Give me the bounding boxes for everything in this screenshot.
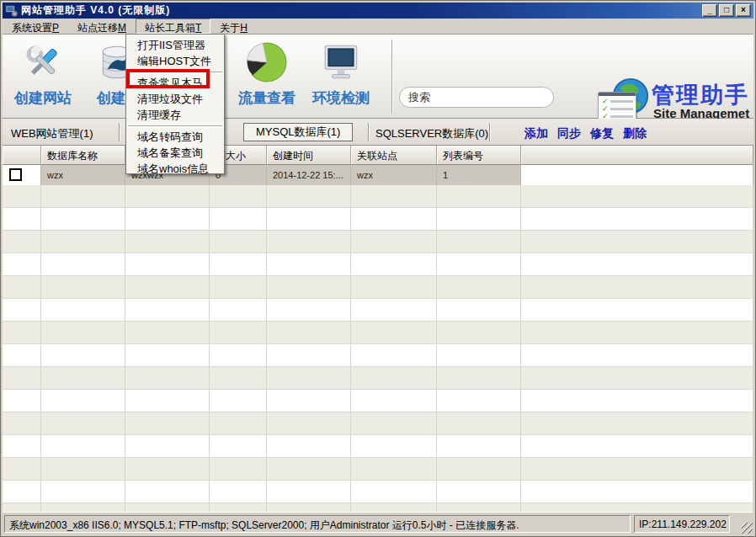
table-row[interactable]: wzxwzxwzx02014-12-22 15:...wzx1	[3, 165, 753, 185]
column-header-7[interactable]: 列表编号	[437, 146, 521, 165]
empty-cell	[267, 435, 351, 457]
create-site-button[interactable]: 创建网站	[8, 38, 78, 115]
empty-cell	[437, 412, 521, 434]
empty-cell	[125, 344, 210, 366]
empty-row	[3, 412, 753, 435]
empty-cell	[210, 435, 267, 457]
empty-cell	[351, 503, 437, 512]
minimize-button[interactable]: _	[702, 4, 717, 17]
empty-cell	[41, 231, 125, 253]
menubar-item-4[interactable]: 关于H	[210, 19, 257, 34]
resize-grip[interactable]	[742, 523, 753, 534]
empty-row	[3, 458, 753, 481]
empty-cell	[521, 253, 753, 275]
empty-cell	[125, 367, 210, 389]
row-checkbox[interactable]	[9, 168, 22, 181]
empty-cell	[521, 276, 753, 298]
empty-cell	[437, 435, 521, 457]
traffic-view-button[interactable]: 流量查看	[232, 38, 302, 115]
empty-cell	[437, 253, 521, 275]
menu-item-2[interactable]: 编辑HOST文件	[126, 53, 224, 69]
empty-cell	[210, 367, 267, 389]
tab-sqlserver[interactable]: SQLSERVER数据库(0)	[375, 126, 488, 141]
brand-logo: ✓ ✓ ✓ 管理助手 Site Managemet	[596, 75, 756, 124]
empty-cell	[210, 458, 267, 480]
column-header-6[interactable]: 关联站点	[351, 146, 437, 165]
action-link-2[interactable]: 同步	[557, 126, 581, 141]
menubar-item-3[interactable]: 站长工具箱T	[136, 19, 210, 34]
empty-cell	[521, 435, 753, 457]
toolbar: 创建网站 创建M 流量查看 环境检测	[3, 34, 753, 119]
column-header-5[interactable]: 创建时间	[267, 146, 351, 165]
empty-row	[3, 276, 753, 299]
table-cell: wzx	[41, 165, 125, 185]
empty-row	[3, 322, 753, 344]
empty-cell	[351, 412, 437, 434]
database-table: 数据库名称制大小创建时间关联站点列表编号 wzxwzxwzx02014-12-2…	[3, 146, 753, 512]
menu-item-4[interactable]: 查杀常见木马	[126, 75, 224, 91]
table-cell: 2014-12-22 15:...	[267, 165, 351, 185]
empty-cell	[125, 208, 210, 230]
menubar-item-1[interactable]: 系统设置P	[3, 19, 68, 34]
column-header-8[interactable]	[521, 146, 753, 165]
search-input[interactable]	[400, 88, 554, 107]
empty-cell	[3, 344, 41, 366]
menu-item-5[interactable]: 清理垃圾文件	[126, 91, 224, 107]
empty-cell	[521, 322, 753, 343]
menubar-item-2[interactable]: 站点迁移M	[68, 19, 136, 34]
empty-cell	[521, 481, 753, 502]
empty-cell	[521, 231, 753, 253]
empty-cell	[210, 344, 267, 366]
action-link-1[interactable]: 添加	[524, 126, 548, 141]
empty-cell	[41, 208, 125, 230]
empty-cell	[351, 299, 437, 321]
empty-cell	[351, 344, 437, 366]
empty-cell	[210, 481, 267, 502]
column-header-2[interactable]: 数据库名称	[41, 146, 125, 165]
table-cell	[521, 165, 753, 185]
empty-cell	[125, 458, 210, 480]
empty-row	[3, 435, 753, 458]
empty-cell	[267, 208, 351, 230]
env-check-button[interactable]: 环境检测	[306, 38, 376, 115]
empty-cell	[437, 208, 521, 230]
empty-cell	[267, 344, 351, 366]
monitor-icon	[320, 41, 362, 83]
action-link-3[interactable]: 修复	[590, 126, 614, 141]
empty-cell	[351, 208, 437, 230]
tab-web-sites[interactable]: WEB网站管理(1)	[11, 126, 93, 141]
empty-cell	[3, 481, 41, 502]
action-link-4[interactable]: 删除	[623, 126, 647, 141]
menu-item-8[interactable]: 域名转码查询	[126, 129, 224, 145]
empty-cell	[41, 412, 125, 434]
empty-cell	[125, 481, 210, 502]
empty-cell	[41, 503, 125, 512]
empty-row	[3, 344, 753, 367]
column-header-1[interactable]	[3, 146, 41, 165]
status-text: 系统win2003_x86 IIS6.0; MYSQL5.1; FTP-msft…	[4, 515, 631, 533]
empty-cell	[437, 344, 521, 366]
empty-cell	[351, 322, 437, 343]
menu-bar: 系统设置P站点迁移M站长工具箱T关于H	[3, 19, 753, 34]
empty-cell	[351, 390, 437, 412]
empty-cell	[125, 185, 210, 207]
empty-cell	[437, 503, 521, 512]
empty-cell	[41, 344, 125, 366]
menu-item-10[interactable]: 域名whois信息	[126, 161, 224, 177]
menu-item-6[interactable]: 清理缓存	[126, 107, 224, 123]
empty-cell	[267, 481, 351, 502]
empty-cell	[351, 481, 437, 502]
empty-cell	[41, 276, 125, 298]
empty-cell	[3, 322, 41, 343]
tab-mysql[interactable]: MYSQL数据库(1)	[243, 123, 353, 141]
empty-cell	[267, 367, 351, 389]
empty-cell	[521, 503, 753, 512]
menu-item-1[interactable]: 打开IIS管理器	[126, 37, 224, 53]
maximize-button[interactable]: □	[719, 4, 734, 17]
menu-item-9[interactable]: 域名备案查询	[126, 145, 224, 161]
close-button[interactable]: ×	[736, 4, 751, 17]
empty-cell	[351, 231, 437, 253]
empty-cell	[437, 322, 521, 343]
empty-row	[3, 253, 753, 276]
empty-cell	[210, 208, 267, 230]
